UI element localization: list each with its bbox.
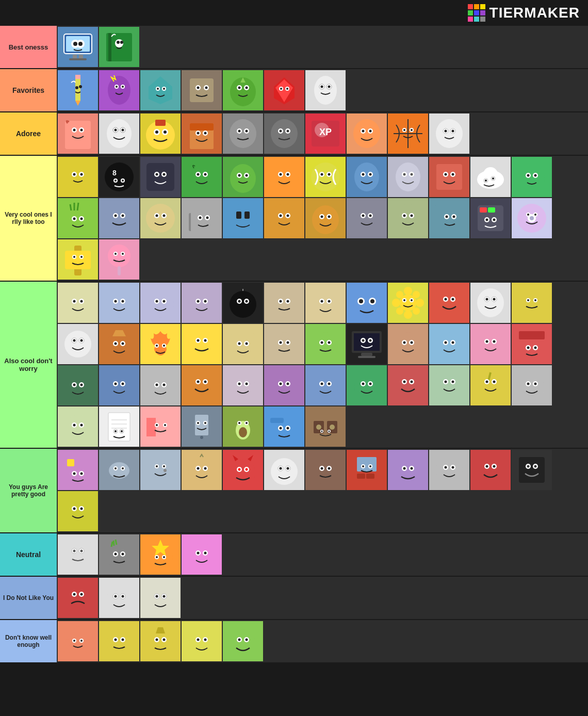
svg-point-8	[78, 42, 83, 46]
svg-point-550	[527, 465, 530, 468]
tier-row-pretty-good: You guys Are pretty good	[0, 449, 588, 533]
svg-point-320	[122, 343, 124, 345]
svg-point-175	[146, 204, 175, 233]
svg-point-358	[411, 341, 413, 344]
svg-point-56	[107, 119, 132, 148]
svg-rect-236	[118, 266, 121, 275]
char-item	[58, 534, 98, 575]
svg-point-359	[437, 332, 462, 359]
svg-point-208	[411, 215, 413, 217]
tier-label-adoree: Adoree	[0, 112, 57, 155]
svg-rect-188	[244, 211, 250, 219]
svg-rect-390	[189, 372, 215, 398]
svg-point-611	[156, 639, 158, 641]
char-item	[99, 365, 139, 405]
char-item	[264, 198, 304, 238]
char-item	[429, 198, 469, 238]
svg-point-194	[312, 205, 339, 234]
svg-point-607	[122, 639, 124, 641]
char-item	[182, 113, 222, 154]
char-item	[512, 157, 552, 197]
svg-point-398	[238, 383, 241, 385]
char-item	[223, 365, 263, 405]
svg-point-341	[313, 332, 338, 359]
svg-point-275	[321, 300, 323, 303]
svg-text:8: 8	[112, 169, 117, 177]
tier-row-dont-know: Don't know well enough	[0, 620, 588, 663]
char-item	[140, 283, 181, 323]
svg-rect-485	[67, 459, 74, 466]
svg-point-189	[270, 204, 299, 233]
svg-point-541	[452, 466, 454, 469]
svg-point-501	[163, 465, 165, 467]
logo-text: TiERMAKER	[489, 5, 580, 21]
char-item	[470, 198, 511, 238]
svg-point-430	[493, 381, 496, 383]
char-item	[140, 450, 181, 490]
svg-point-325	[163, 345, 165, 347]
svg-point-447	[115, 430, 117, 432]
svg-rect-117	[188, 167, 216, 191]
svg-point-530	[362, 465, 364, 467]
svg-rect-525	[357, 457, 377, 471]
svg-point-64	[155, 131, 158, 134]
svg-point-310	[64, 331, 91, 357]
svg-point-619	[231, 629, 255, 656]
svg-point-111	[122, 180, 124, 182]
svg-point-339	[280, 341, 282, 344]
svg-point-404	[287, 383, 289, 385]
logo-cell	[480, 17, 485, 22]
svg-rect-29	[190, 78, 214, 102]
svg-rect-527	[366, 474, 374, 479]
char-item	[223, 621, 263, 661]
char-item	[140, 621, 181, 661]
svg-point-136	[328, 173, 331, 176]
svg-point-479	[330, 425, 335, 430]
svg-point-540	[445, 466, 447, 469]
char-item	[223, 70, 263, 110]
svg-point-594	[74, 626, 82, 634]
char-item	[347, 198, 387, 238]
svg-point-588	[148, 586, 173, 613]
char-item	[182, 406, 222, 447]
svg-point-571	[156, 556, 158, 558]
svg-point-556	[80, 508, 83, 510]
svg-rect-187	[236, 211, 241, 219]
svg-point-249	[115, 300, 117, 303]
svg-point-586	[115, 595, 117, 598]
svg-point-494	[115, 467, 117, 469]
char-item	[140, 70, 181, 110]
char-item	[99, 283, 139, 323]
svg-point-132	[311, 162, 340, 191]
tier-items-adoree: XP	[57, 112, 588, 155]
char-item	[347, 157, 387, 197]
char-item	[223, 406, 263, 447]
svg-rect-441	[108, 413, 130, 441]
svg-point-308	[527, 299, 529, 301]
svg-point-551	[534, 465, 537, 468]
svg-point-145	[403, 173, 406, 176]
svg-point-120	[197, 173, 200, 176]
svg-rect-217	[488, 207, 495, 213]
char-item	[512, 365, 552, 405]
svg-point-336	[272, 332, 297, 359]
svg-point-606	[115, 639, 117, 641]
svg-point-460	[197, 422, 199, 424]
svg-rect-272	[313, 292, 338, 318]
char-item	[140, 324, 181, 364]
svg-point-197	[321, 216, 323, 218]
svg-point-577	[204, 552, 207, 555]
char-item	[470, 283, 511, 323]
svg-point-298	[445, 298, 447, 301]
svg-point-233	[73, 256, 75, 258]
svg-point-99	[445, 130, 447, 133]
svg-point-265	[238, 300, 241, 303]
char-item	[58, 578, 98, 618]
svg-point-27	[157, 88, 159, 90]
svg-point-82	[287, 130, 289, 133]
svg-point-405	[313, 373, 338, 400]
svg-rect-295	[436, 290, 462, 316]
svg-point-409	[328, 383, 331, 385]
svg-rect-370	[519, 339, 545, 360]
svg-point-454	[164, 424, 166, 426]
